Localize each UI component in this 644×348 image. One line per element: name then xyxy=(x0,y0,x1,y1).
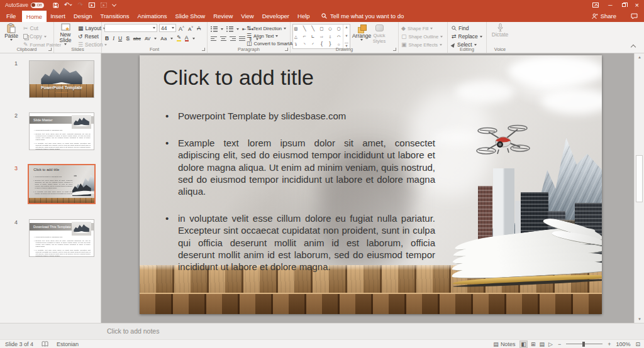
tab-design[interactable]: Design xyxy=(69,10,96,22)
tab-review[interactable]: Review xyxy=(209,10,237,22)
zoom-level[interactable]: 100% xyxy=(616,341,630,347)
language-indicator[interactable]: Estonian xyxy=(57,341,79,347)
clear-formatting-button[interactable]: A xyxy=(197,25,201,31)
tab-slide-show[interactable]: Slide Show xyxy=(171,10,209,22)
font-color-dropdown-icon[interactable] xyxy=(192,38,195,40)
restore-button[interactable] xyxy=(622,3,626,7)
font-size-combobox[interactable]: 44 xyxy=(159,24,176,32)
bullets-button[interactable] xyxy=(211,26,218,32)
italic-button[interactable]: I xyxy=(113,35,114,41)
change-case-dropdown-icon[interactable] xyxy=(170,38,173,40)
zoom-slider-thumb[interactable] xyxy=(582,342,585,347)
tab-transitions[interactable]: Transitions xyxy=(96,10,133,22)
autosave-toggle[interactable]: AutoSave Off xyxy=(5,2,44,8)
highlight-color-button[interactable]: ✎ xyxy=(177,35,181,41)
ribbon-display-options-icon[interactable] xyxy=(592,3,599,8)
collapse-ribbon-icon[interactable] xyxy=(631,45,636,50)
numbering-dropdown-icon[interactable] xyxy=(236,28,239,30)
align-right-button[interactable] xyxy=(230,36,236,41)
drawing-dialog-launcher[interactable] xyxy=(393,48,396,51)
tell-me-search[interactable]: Tell me what you want to do xyxy=(321,10,404,22)
font-dialog-launcher[interactable] xyxy=(202,48,205,51)
spell-check-icon[interactable] xyxy=(42,341,48,347)
numbering-button[interactable] xyxy=(226,26,233,32)
arrange-dropdown-icon[interactable] xyxy=(360,39,363,41)
tab-file[interactable]: File xyxy=(0,10,22,22)
find-button[interactable]: Find xyxy=(452,24,469,32)
slide-bullet-1[interactable]: Powerpoint Template by slidesbase.com xyxy=(163,110,435,122)
thumbnail-slide-2[interactable]: Slide Master Powerpoint Template by slid… xyxy=(29,112,94,150)
tab-view[interactable]: View xyxy=(237,10,258,22)
strikethrough-button[interactable]: abc xyxy=(133,36,141,41)
align-text-button[interactable]: ☰Align Text xyxy=(247,32,278,40)
slide-body-placeholder[interactable]: Powerpoint Template by slidesbase.com Ex… xyxy=(163,110,435,273)
notes-placeholder[interactable]: Click to add notes xyxy=(107,327,159,335)
arrange-button[interactable]: Arrange xyxy=(352,24,372,41)
slide-canvas[interactable]: Click to add title Powerpoint Template b… xyxy=(140,55,602,314)
replace-dropdown-icon[interactable] xyxy=(480,36,482,38)
scroll-up-icon[interactable]: ▲ xyxy=(635,53,644,61)
slide-editing-canvas[interactable]: Click to add title Powerpoint Template b… xyxy=(101,53,634,323)
tab-insert[interactable]: Insert xyxy=(47,10,70,22)
paragraph-dialog-launcher[interactable] xyxy=(285,48,288,51)
reset-button[interactable]: ↺Reset xyxy=(78,33,99,40)
shapes-gallery-rows[interactable]: ▤ ╲ ╲ □ ○ ▢ △ ⌐ ∟ ⇨ ⇩ ◠ ↴ ◝ ◜ { } ☆ xyxy=(293,24,343,48)
clipboard-dialog-launcher[interactable] xyxy=(48,48,52,51)
decrease-indent-button[interactable]: ⇤ xyxy=(242,26,247,32)
justify-button[interactable] xyxy=(239,36,245,41)
fit-to-window-icon[interactable]: ⊡ xyxy=(635,341,640,347)
text-direction-button[interactable]: ⇅Text Direction xyxy=(247,24,286,32)
thumbnail-slide-1[interactable]: PowerPoint Template by slidesbase.com xyxy=(29,60,94,98)
save-icon[interactable] xyxy=(53,3,58,8)
thumbnail-slide-3[interactable]: Click to add title Powerpoint Template b… xyxy=(28,164,96,204)
shrink-font-button[interactable]: A˅ xyxy=(188,25,193,32)
start-slideshow-icon[interactable] xyxy=(89,3,95,8)
slideshow-view-button[interactable]: ▷ xyxy=(548,341,553,347)
normal-view-button[interactable]: ◧ xyxy=(520,341,527,347)
reading-view-button[interactable]: ▤ xyxy=(539,341,545,347)
text-shadow-button[interactable]: S xyxy=(126,35,130,41)
font-color-button[interactable]: A xyxy=(185,35,189,42)
change-case-button[interactable]: Aa xyxy=(160,36,167,41)
shapes-row-2[interactable]: △ ⌐ ∟ ⇨ ⇩ ◠ xyxy=(294,33,341,41)
share-button[interactable]: Share xyxy=(592,10,616,22)
shapes-row-1[interactable]: ▤ ╲ ╲ □ ○ ▢ xyxy=(294,25,341,33)
gallery-down-icon[interactable]: ▼ xyxy=(345,34,348,38)
minimize-button[interactable]: ─ xyxy=(608,2,612,8)
font-name-dropdown-icon[interactable] xyxy=(153,27,155,29)
grow-font-button[interactable]: A˄ xyxy=(179,25,184,32)
gallery-up-icon[interactable]: ▲ xyxy=(345,25,348,29)
undo-dropdown-icon[interactable] xyxy=(70,3,72,5)
tab-home[interactable]: Home xyxy=(22,11,46,22)
shapes-gallery[interactable]: ▤ ╲ ╲ □ ○ ▢ △ ⌐ ∟ ⇨ ⇩ ◠ ↴ ◝ ◜ { } ☆ ▲ ▼ … xyxy=(292,24,350,49)
zoom-out-button[interactable]: − xyxy=(558,341,561,347)
character-spacing-dropdown-icon[interactable] xyxy=(154,38,157,40)
vertical-scrollbar[interactable]: ▲ ▼ xyxy=(634,53,644,323)
new-slide-dropdown-icon[interactable] xyxy=(64,43,67,45)
paste-dropdown-icon[interactable] xyxy=(10,39,13,41)
align-center-button[interactable] xyxy=(220,36,226,41)
tab-developer[interactable]: Developer xyxy=(258,10,293,22)
notes-pane[interactable]: Click to add notes xyxy=(0,323,644,339)
slide-title-placeholder[interactable]: Click to add title xyxy=(163,65,314,90)
slide-bullet-3[interactable]: in voluptate velit esse cillum dolore eu… xyxy=(163,212,435,273)
scrollbar-thumb[interactable] xyxy=(636,155,643,202)
bold-button[interactable]: B xyxy=(105,35,109,41)
tab-help[interactable]: Help xyxy=(294,10,314,22)
undo-button[interactable]: ↶ xyxy=(64,2,72,8)
underline-button[interactable]: U xyxy=(118,35,122,41)
slide-bullet-2[interactable]: Example text lorem ipsum dolor sit amet,… xyxy=(163,137,435,197)
new-slide-button[interactable]: New Slide xyxy=(55,23,75,45)
customize-qat-icon[interactable] xyxy=(113,4,116,7)
align-text-dropdown-icon[interactable] xyxy=(275,35,278,37)
slide-sorter-view-button[interactable]: ⊞ xyxy=(531,341,536,347)
zoom-in-button[interactable]: + xyxy=(608,341,611,347)
autosave-pill[interactable]: Off xyxy=(31,3,44,8)
paste-button[interactable]: Paste xyxy=(2,23,21,41)
close-button[interactable]: × xyxy=(635,1,639,9)
comments-button[interactable] xyxy=(631,10,638,22)
replace-button[interactable]: ⇄Replace xyxy=(452,33,482,40)
align-left-button[interactable] xyxy=(211,36,217,41)
bullets-dropdown-icon[interactable] xyxy=(221,28,223,30)
notes-toggle-button[interactable]: ▤Notes xyxy=(493,341,515,347)
